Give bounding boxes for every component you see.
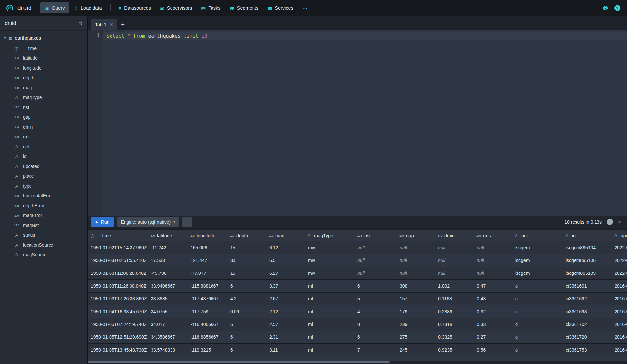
results-cell[interactable]: null (435, 254, 474, 267)
results-column-header-__time[interactable]: ◷__time (88, 230, 148, 241)
results-column-header-magType[interactable]: AmagType (305, 230, 354, 241)
results-column-header-nst[interactable]: 123nst (354, 230, 396, 241)
datasource-earthquakes[interactable]: ▾ ▦ earthquakes (0, 33, 87, 43)
results-column-header-mag[interactable]: 1.0mag (266, 230, 305, 241)
nav-load-data[interactable]: ↥ Load data (70, 2, 106, 13)
results-cell[interactable]: 2022-0 (611, 267, 627, 279)
results-cell[interactable]: 6 (227, 331, 266, 343)
results-cell[interactable]: iscgem (512, 267, 562, 279)
results-cell[interactable]: null (354, 267, 396, 279)
results-cell[interactable]: 165.006 (187, 241, 227, 254)
results-cell[interactable]: 2022-0 (611, 241, 627, 254)
results-cell[interactable]: null (354, 241, 396, 254)
results-cell[interactable]: 2016-0 (611, 293, 627, 305)
results-cell[interactable]: ci3361691 (562, 280, 611, 292)
results-cell[interactable]: ci3361692 (562, 293, 611, 305)
help-icon[interactable]: ? (614, 5, 620, 11)
close-tab-icon[interactable]: × (110, 22, 113, 27)
results-cell[interactable]: 33.8885 (148, 293, 187, 305)
results-column-header-latitude[interactable]: 1.0latitude (148, 230, 187, 241)
results-cell[interactable]: 1950-01-05T12:51:29.690Z (88, 331, 148, 343)
sidebar-column-status[interactable]: A status (0, 230, 87, 240)
nav-datasources[interactable]: ≡ Datasources (114, 2, 155, 13)
results-cell[interactable]: 7 (354, 344, 396, 356)
results-cell[interactable]: 0.1168 (435, 293, 474, 305)
results-cell[interactable]: 33.9406667 (148, 280, 187, 292)
results-column-header-dmin[interactable]: 1.0dmin (435, 230, 474, 241)
results-column-header-gap[interactable]: 1.0gap (396, 230, 435, 241)
results-cell[interactable]: 30 (227, 254, 266, 267)
results-cell[interactable]: -77.077 (187, 267, 227, 279)
results-cell[interactable]: 121.447 (187, 254, 227, 267)
results-cell[interactable]: ci (512, 318, 562, 331)
results-cell[interactable]: ci (512, 344, 562, 356)
results-cell[interactable]: iscgem (512, 241, 562, 254)
results-cell[interactable]: 0.27 (474, 331, 512, 343)
results-cell[interactable]: 6 (227, 344, 266, 356)
results-cell[interactable]: null (396, 267, 435, 279)
results-cell[interactable]: 1950-01-05T07:24:19.740Z (88, 318, 148, 331)
sidebar-column-mag[interactable]: 1.0 mag (0, 83, 87, 92)
results-cell[interactable]: -117.4376667 (187, 293, 227, 305)
results-cell[interactable]: -116.6856667 (187, 331, 227, 343)
sidebar-column-id[interactable]: A id (0, 152, 87, 161)
results-cell[interactable]: 6 (227, 280, 266, 292)
results-cell[interactable]: iscgem895106 (562, 254, 611, 267)
sidebar-column-gap[interactable]: 1.0 gap (0, 112, 87, 122)
results-cell[interactable]: 275 (396, 331, 435, 343)
new-tab-button[interactable]: + (117, 19, 129, 30)
nav-supervisors[interactable]: ◉ Supervisors (156, 2, 196, 13)
results-cell[interactable]: 1950-01-03T17:26:38.860Z (88, 293, 148, 305)
results-cell[interactable]: null (474, 254, 512, 267)
engine-select[interactable]: Engine: auto (sql-native) ▾ (117, 217, 179, 227)
nav-more[interactable]: ⋯ (298, 2, 312, 13)
results-cell[interactable]: 0.09 (227, 305, 266, 318)
sidebar-column-nst[interactable]: 123 nst (0, 102, 87, 112)
results-cell[interactable]: 179 (396, 305, 435, 318)
results-cell[interactable]: 0.9235 (435, 344, 474, 356)
results-cell[interactable]: ci3361702 (562, 318, 611, 331)
sort-icon[interactable]: ⇅ (79, 21, 83, 26)
results-cell[interactable]: 34.0755 (148, 305, 187, 318)
sidebar-column-locationSource[interactable]: A locationSource (0, 240, 87, 250)
results-cell[interactable]: 0.47 (474, 280, 512, 292)
results-cell[interactable]: iscgem895104 (562, 241, 611, 254)
results-cell[interactable]: 3.37 (266, 280, 305, 292)
sidebar-column-magNst[interactable]: 123 magNst (0, 220, 87, 230)
results-cell[interactable]: 0.56 (474, 344, 512, 356)
results-cell[interactable]: ci3361720 (562, 331, 611, 343)
results-cell[interactable]: iscgem895109 (562, 267, 611, 279)
sql-editor[interactable]: 1 select * from earthquakes limit 10 (88, 30, 627, 216)
results-cell[interactable]: ml (305, 318, 354, 331)
results-cell[interactable]: 1950-01-03T11:06:28.640Z (88, 267, 148, 279)
results-column-header-updated[interactable]: Aupdated (611, 230, 627, 241)
results-cell[interactable]: ci (512, 331, 562, 343)
sidebar-column-depthError[interactable]: 1.0 depthError (0, 201, 87, 211)
sidebar-column-net[interactable]: A net (0, 142, 87, 152)
nav-segments[interactable]: ▦ Segments (226, 2, 263, 13)
results-cell[interactable]: 15 (227, 267, 266, 279)
results-cell[interactable]: 1950-01-02T15:14:37.960Z (88, 241, 148, 254)
results-cell[interactable]: 2016-0 (611, 318, 627, 331)
results-cell[interactable]: 6 (354, 280, 396, 292)
results-cell[interactable]: 34.3586667 (148, 331, 187, 343)
results-cell[interactable]: -116.4006667 (187, 318, 227, 331)
results-column-header-rms[interactable]: 1.0rms (474, 230, 512, 241)
results-cell[interactable]: mw (305, 241, 354, 254)
results-cell[interactable]: 4 (354, 305, 396, 318)
results-cell[interactable]: 8 (354, 318, 396, 331)
results-cell[interactable]: 0.43 (474, 293, 512, 305)
results-cell[interactable]: 2016-0 (611, 305, 627, 318)
download-icon[interactable]: ↓ (607, 219, 613, 225)
results-cell[interactable]: 245 (396, 344, 435, 356)
results-cell[interactable]: iscgem (512, 254, 562, 267)
results-cell[interactable]: ml (305, 344, 354, 356)
sidebar-column-dmin[interactable]: 1.0 dmin (0, 122, 87, 132)
results-column-header-longitude[interactable]: 1.0longitude (187, 230, 227, 241)
results-cell[interactable]: 2.12 (266, 305, 305, 318)
results-cell[interactable]: 1950-01-03T11:26:30.040Z (88, 280, 148, 292)
results-cell[interactable]: null (396, 254, 435, 267)
sidebar-column-magType[interactable]: A magType (0, 92, 87, 102)
results-cell[interactable]: 5 (354, 293, 396, 305)
results-cell[interactable]: null (396, 241, 435, 254)
